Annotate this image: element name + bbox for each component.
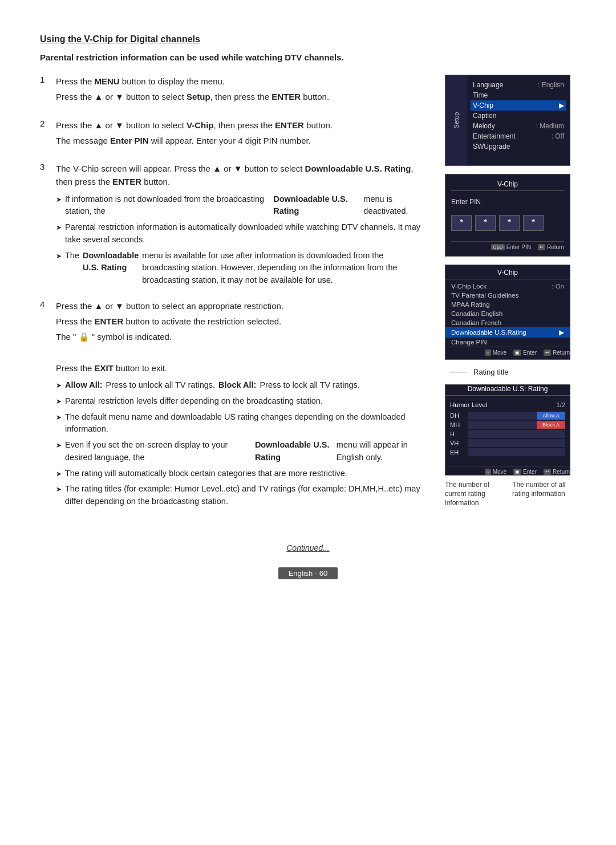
screen4-footer: ⬦ Move ▣ Enter ↩ Return (445, 466, 570, 475)
rating-row-vh: VH (450, 439, 565, 447)
enter-icon: ▣ (513, 350, 521, 356)
return4-icon: ↩ (544, 469, 551, 475)
menu-label-time: Time (473, 91, 488, 99)
vchip-item-change-pin: Change PIN (445, 338, 570, 347)
rating-row-eh: EH (450, 448, 565, 456)
caption-line-3: information (445, 499, 489, 507)
vchip-item-canadian-english: Canadian English (445, 309, 570, 318)
step-3-bullet-1: If information is not downloaded from th… (56, 193, 428, 218)
move4-icon: ⬦ (485, 469, 491, 475)
step-4-line-4 (56, 346, 428, 359)
screen1-content: Language : English Time V-Chip ▶ Capt (467, 75, 570, 165)
pin-box-2: * (475, 215, 496, 231)
rating-bar-vh (468, 439, 565, 447)
step-number-2: 2 (40, 119, 50, 150)
vchip-item-downloadable: Downloadable U.S.Rating ▶ (445, 327, 570, 338)
page-container: Using the V-Chip for Digital channels Pa… (0, 0, 616, 614)
footer4-move: ⬦ Move (485, 469, 506, 475)
continued-text: Continued... (286, 543, 330, 552)
rating-grid: Humor Level 1/2 DH Allow A MH (445, 398, 570, 466)
step-4-bullet-2: Parental restriction levels differ depen… (56, 395, 428, 408)
section-title: Using the V-Chip for Digital channels (40, 34, 576, 44)
vchip-label-tv-parental: TV Parental Guidelines (451, 292, 518, 299)
step-1: 1 Press the MENU button to display the m… (40, 75, 428, 106)
rating-title-text: Rating title (473, 368, 508, 376)
vchip-value-lock: : On (552, 283, 564, 290)
footer4-enter: ▣ Enter (513, 469, 537, 475)
humor-level-label: Humor Level (450, 401, 487, 408)
vchip-item-lock: V-Chip Lock : On (445, 282, 570, 291)
vchip-item-mpaa: MPAA Rating (445, 300, 570, 309)
step-3-content: The V-Chip screen will appear. Press the… (56, 162, 428, 287)
enter-pin-label: Enter PIN (506, 244, 531, 250)
step-4-bullets: Allow All: Press to unlock all TV rating… (56, 379, 428, 508)
return2-icon: ↩ (544, 350, 551, 356)
footer-return: ↩ Return (538, 244, 564, 250)
step-4-bullet-5: The rating will automatically block cert… (56, 468, 428, 480)
vchip-arrow-icon: ▶ (559, 101, 564, 109)
menu-value-entertainment: : Off (552, 132, 564, 140)
caption-col-1: The number of current rating information (445, 481, 489, 507)
step-4-line-2: Press the ENTER button to activate the r… (56, 315, 428, 328)
vchip-item-canadian-french: Canadian French (445, 318, 570, 327)
pin-box-1: * (451, 215, 472, 231)
menu-label-language: Language (473, 81, 503, 89)
screen1-wrapper: Setup Language : English Time V-Chip (445, 75, 576, 166)
rating-label-h: H (450, 430, 466, 437)
menu-value-melody: : Medium (536, 122, 564, 130)
sidebar-setup-label: Setup (453, 112, 460, 129)
menu-label-vchip: V-Chip (473, 101, 493, 109)
step-2: 2 Press the ▲ or ▼ button to select V-Ch… (40, 119, 428, 150)
screen2-wrapper: V-Chip Enter PIN * * * * OSD Enter PIN (445, 174, 576, 257)
downloadable-arrow-icon: ▶ (559, 328, 564, 336)
rating-bar-eh (468, 448, 565, 456)
menu-label-caption: Caption (473, 112, 496, 120)
move-label: Move (493, 350, 506, 356)
footer3-enter: ▣ Enter (513, 350, 537, 356)
step-4-line-5: Press the EXIT button to exit. (56, 361, 428, 375)
vchip-label-change-pin: Change PIN (451, 339, 487, 346)
pin-boxes: * * * * (451, 215, 564, 231)
page-footer: Continued... English - 60 (40, 521, 576, 579)
rating-bar-h (468, 430, 565, 438)
caption-line-1: The number of (445, 481, 489, 489)
step-1-content: Press the MENU button to display the men… (56, 75, 428, 106)
step-number-1: 1 (40, 75, 50, 106)
step-1-line-1: Press the MENU button to display the men… (56, 75, 428, 88)
rating-row-dh: DH Allow A (450, 412, 565, 420)
footer3-return: ↩ Return (544, 350, 570, 356)
caption-col-2: The number of all rating information (512, 481, 565, 507)
footer4-return: ↩ Return (544, 469, 570, 475)
menu-item-melody: Melody : Medium (473, 121, 564, 131)
bold-intro: Parental restriction information can be … (40, 52, 576, 62)
step-4-content: Press the ▲ or ▼ button to select an app… (56, 299, 428, 508)
rating-title-dash (449, 372, 467, 372)
footer3-move: ⬦ Move (485, 350, 506, 356)
step-3-bullet-2: Parental restriction information is auto… (56, 221, 428, 246)
block-bar-mh: Block A (537, 421, 565, 429)
rating-label-eh: EH (450, 449, 466, 456)
rating-label-dh: DH (450, 412, 466, 419)
menu-label-melody: Melody (473, 122, 495, 130)
rating-label-vh: VH (450, 440, 466, 446)
move-icon: ⬦ (485, 350, 491, 356)
step-3-line-1: The V-Chip screen will appear. Press the… (56, 162, 428, 189)
rating-header: Humor Level 1/2 (450, 401, 565, 408)
step-number-4: 4 (40, 299, 50, 508)
main-layout: 1 Press the MENU button to display the m… (40, 75, 576, 521)
screen4: Downloadable U.S: Rating Humor Level 1/2… (445, 384, 570, 476)
allow-bar-dh: Allow A (537, 412, 565, 420)
move4-label: Move (493, 469, 506, 475)
screen2-title: V-Chip (451, 180, 564, 191)
vchip-label-canadian-english: Canadian English (451, 310, 502, 317)
screen4-title: Downloadable U.S: Rating (445, 385, 570, 396)
step-3: 3 The V-Chip screen will appear. Press t… (40, 162, 428, 287)
step-4-bullet-1: Allow All: Press to unlock all TV rating… (56, 379, 428, 392)
caption-line-4: The number of all (512, 481, 565, 489)
menu-value-language: : English (538, 81, 564, 89)
rating-title-annotation: Rating title (449, 368, 576, 376)
menu-item-swupgrade: SWUpgrade (473, 141, 564, 152)
rating-bar-mh: Block A (468, 421, 565, 429)
enter-label: Enter (523, 350, 537, 356)
step-3-bullets: If information is not downloaded from th… (56, 193, 428, 287)
